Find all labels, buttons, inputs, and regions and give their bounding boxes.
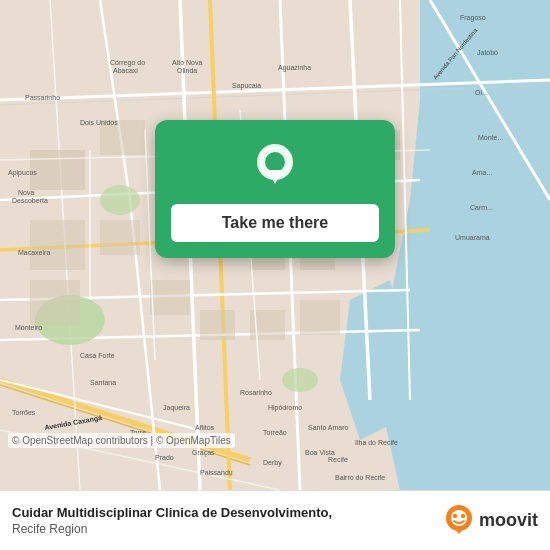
svg-text:Nova: Nova [18,189,34,196]
svg-rect-26 [30,220,85,270]
svg-point-93 [453,513,457,517]
svg-point-88 [265,152,285,172]
svg-text:Torrões: Torrões [12,409,36,416]
map-container: Macaxeira Nova Descoberta Monteiro Torrõ… [0,0,550,490]
svg-text:Paissandu: Paissandu [200,469,233,476]
svg-text:Bairro do Recife: Bairro do Recife [335,474,385,481]
svg-text:Recife: Recife [328,456,348,463]
svg-text:Jatobó: Jatobó [477,49,498,56]
map-attribution: © OpenStreetMap contributors | © OpenMap… [8,433,235,448]
location-name: Cuidar Multidisciplinar Clinica de Desen… [12,505,443,522]
svg-text:Dois Unidos: Dois Unidos [80,119,118,126]
svg-rect-29 [100,220,140,255]
svg-text:Sapucaia: Sapucaia [232,82,261,90]
svg-text:Casa Forte: Casa Forte [80,352,115,359]
svg-text:Jaqueira: Jaqueira [163,404,190,412]
svg-text:Carm...: Carm... [470,204,493,211]
svg-rect-35 [300,300,340,335]
location-region: Recife Region [12,522,443,536]
svg-text:Passarinho: Passarinho [25,94,60,101]
svg-rect-27 [30,280,80,325]
svg-text:Monteiro: Monteiro [15,324,42,331]
action-card: Take me there [155,120,395,258]
svg-text:Umuarama: Umuarama [455,234,490,241]
moovit-brand-icon [443,505,475,537]
svg-text:Descoberta: Descoberta [12,197,48,204]
svg-text:Santana: Santana [90,379,116,386]
svg-text:Olinda: Olinda [177,67,197,74]
svg-point-94 [461,513,465,517]
svg-text:Ilha do Recife: Ilha do Recife [355,439,398,446]
location-pin-icon [248,140,302,194]
svg-rect-30 [150,280,190,315]
svg-text:Fragoso: Fragoso [460,14,486,22]
moovit-logo: moovit [443,505,538,537]
svg-text:Apipucos: Apipucos [8,169,37,177]
svg-text:Derby: Derby [263,459,282,467]
svg-point-24 [282,368,318,392]
svg-text:Ol...: Ol... [475,89,488,96]
svg-text:Macaxeira: Macaxeira [18,249,50,256]
moovit-brand-text: moovit [479,510,538,531]
svg-text:Aflitos: Aflitos [195,424,215,431]
svg-text:Hipódromo: Hipódromo [268,404,302,412]
svg-point-23 [100,185,140,215]
svg-text:Ama...: Ama... [472,169,492,176]
svg-rect-25 [30,150,85,190]
svg-text:Monte...: Monte... [478,134,503,141]
svg-rect-31 [200,310,235,340]
svg-text:Córrego do: Córrego do [110,59,145,67]
bottom-bar: Cuidar Multidisciplinar Clinica de Desen… [0,490,550,550]
svg-text:Abacaxi: Abacaxi [113,67,138,74]
svg-text:Graças: Graças [192,449,215,457]
svg-text:Alto Nova: Alto Nova [172,59,202,66]
svg-marker-95 [453,527,465,534]
take-me-there-button[interactable]: Take me there [171,204,379,242]
svg-text:Rosarinho: Rosarinho [240,389,272,396]
svg-text:Prado: Prado [155,454,174,461]
svg-text:Aguazinha: Aguazinha [278,64,311,72]
svg-text:Boa Vista: Boa Vista [305,449,335,456]
svg-rect-3 [440,0,550,490]
svg-text:Torreão: Torreão [263,429,287,436]
svg-text:Santo Amaro: Santo Amaro [308,424,349,431]
location-info: Cuidar Multidisciplinar Clinica de Desen… [12,505,443,536]
